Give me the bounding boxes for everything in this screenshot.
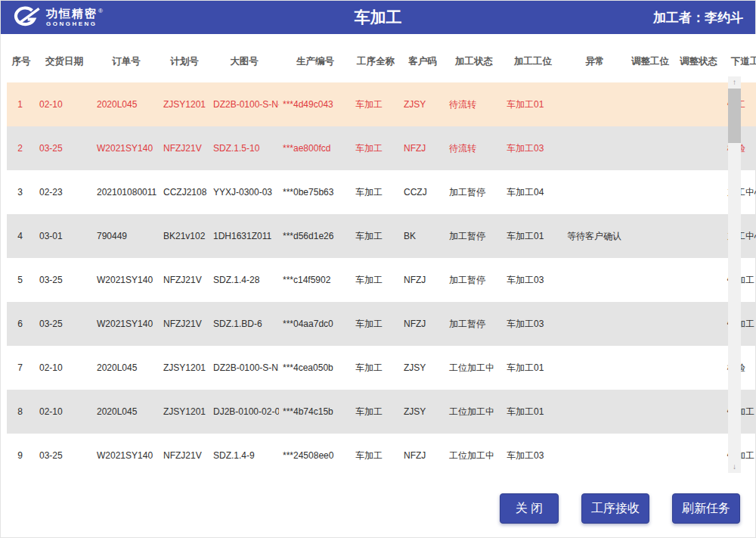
cell-process-status: 加工暂停 (445, 258, 503, 302)
cell-order-no: 790449 (93, 214, 160, 258)
table-row[interactable]: 102-102020L045ZJSY1201DZ2B-0100-S-N-***4… (7, 82, 756, 126)
cell-order-no: 2020L045 (93, 82, 160, 126)
cell-plan-no: BK21v102 (160, 214, 209, 258)
cell-work-station: 车加工03 (503, 126, 563, 170)
scroll-up-icon[interactable]: ↑ (728, 76, 741, 89)
vertical-scrollbar[interactable]: ↑ ↓ (728, 76, 741, 473)
cell-order-no: 2020L045 (93, 346, 160, 390)
table-row[interactable]: 903-25W2021SY140NFZJ21VSDZ.1.4-9***24508… (7, 434, 756, 477)
footer-actions: 关 闭 工序接收 刷新任务 (500, 493, 740, 524)
cell-adjust-station (627, 390, 674, 434)
cell-process-name: 车加工 (352, 258, 400, 302)
cell-drawing-no: SDZ.1.5-10 (209, 126, 279, 170)
cell-process-name: 车加工 (352, 346, 400, 390)
cell-adjust-station (627, 302, 674, 346)
cell-delivery-date: 03-25 (36, 302, 93, 346)
cell-exception (563, 346, 627, 390)
cell-production-no: ***4b74c15b (279, 390, 352, 434)
column-header-order-no: 订单号 (93, 34, 160, 82)
table-row[interactable]: 603-25W2021SY140NFZJ21VSDZ.1.BD-6***04aa… (7, 302, 756, 346)
cell-customer-code: NFZJ (400, 434, 445, 477)
cell-exception (563, 82, 627, 126)
cell-adjust-station (627, 214, 674, 258)
cell-process-status: 待流转 (445, 82, 503, 126)
cell-exception (563, 126, 627, 170)
cell-work-station: 车加工01 (503, 214, 563, 258)
cell-process-name: 车加工 (352, 302, 400, 346)
table-row[interactable]: 802-102020L045ZJSY1201DJ2B-0100-02-03***… (7, 390, 756, 434)
cell-adjust-status (674, 82, 723, 126)
cell-plan-no: ZJSY1201 (160, 390, 209, 434)
cell-plan-no: CCZJ2108 (160, 170, 209, 214)
cell-production-no: ***4d49c043 (279, 82, 352, 126)
close-button[interactable]: 关 闭 (500, 493, 559, 524)
cell-index: 3 (7, 170, 36, 214)
cell-customer-code: ZJSY (400, 82, 445, 126)
cell-process-name: 车加工 (352, 434, 400, 477)
table-row[interactable]: 302-23202101080011CCZJ2108YYXJ-0300-03**… (7, 170, 756, 214)
cell-process-name: 车加工 (352, 82, 400, 126)
column-header-exception: 异常 (563, 34, 627, 82)
brand-logo: 功恒精密® GONGHENG (1, 5, 103, 30)
cell-index: 5 (7, 258, 36, 302)
column-header-adjust-station: 调整工位 (627, 34, 674, 82)
cell-customer-code: CCZJ (400, 170, 445, 214)
table-row[interactable]: 203-25W2021SY140NFZJ21VSDZ.1.5-10***ae80… (7, 126, 756, 170)
table-row[interactable]: 702-102020L045ZJSY1201DZ2B-0100-S-N.1***… (7, 346, 756, 390)
cell-production-no: ***0be75b63 (279, 170, 352, 214)
task-table: 序号交货日期订单号计划号大图号生产编号工序全称客户码加工状态加工工位异常调整工位… (7, 34, 756, 477)
cell-drawing-no: SDZ.1.4-28 (209, 258, 279, 302)
cell-plan-no: NFZJ21V (160, 302, 209, 346)
cell-process-status: 工位加工中 (445, 390, 503, 434)
column-header-process-name: 工序全称 (352, 34, 400, 82)
cell-production-no: ***ae800fcd (279, 126, 352, 170)
cell-production-no: ***c14f5902 (279, 258, 352, 302)
cell-plan-no: NFZJ21V (160, 126, 209, 170)
cell-adjust-status (674, 346, 723, 390)
cell-work-station: 车加工01 (503, 346, 563, 390)
cell-order-no: 202101080011 (93, 170, 160, 214)
cell-delivery-date: 03-01 (36, 214, 93, 258)
task-table-zone: 序号交货日期订单号计划号大图号生产编号工序全称客户码加工状态加工工位异常调整工位… (7, 34, 741, 477)
cell-customer-code: NFZJ (400, 126, 445, 170)
scroll-down-icon[interactable]: ↓ (728, 461, 741, 473)
cell-adjust-status (674, 258, 723, 302)
cell-delivery-date: 02-23 (36, 170, 93, 214)
cell-customer-code: ZJSY (400, 390, 445, 434)
cell-work-station: 车加工03 (503, 302, 563, 346)
cell-drawing-no: SDZ.1.BD-6 (209, 302, 279, 346)
process-accept-button[interactable]: 工序接收 (581, 493, 649, 524)
cell-process-name: 车加工 (352, 390, 400, 434)
cell-adjust-status (674, 302, 723, 346)
column-header-index: 序号 (7, 34, 36, 82)
column-header-customer-code: 客户码 (400, 34, 445, 82)
cell-exception (563, 390, 627, 434)
cell-work-station: 车加工01 (503, 82, 563, 126)
cell-order-no: W2021SY140 (93, 302, 160, 346)
cell-order-no: W2021SY140 (93, 434, 160, 477)
cell-drawing-no: SDZ.1.4-9 (209, 434, 279, 477)
registered-mark: ® (98, 8, 103, 14)
cell-process-status: 加工暂停 (445, 214, 503, 258)
cell-plan-no: NFZJ21V (160, 258, 209, 302)
column-header-delivery-date: 交货日期 (36, 34, 93, 82)
cell-process-status: 待流转 (445, 126, 503, 170)
cell-adjust-station (627, 434, 674, 477)
app-window: 功恒精密® GONGHENG 车加工 加工者：李约斗 序号交货日期订单号计划号大… (0, 0, 756, 538)
cell-drawing-no: DZ2B-0100-S-N- (209, 82, 279, 126)
cell-delivery-date: 02-10 (36, 82, 93, 126)
column-header-production-no: 生产编号 (279, 34, 352, 82)
table-row[interactable]: 503-25W2021SY140NFZJ21VSDZ.1.4-28***c14f… (7, 258, 756, 302)
cell-order-no: 2020L045 (93, 390, 160, 434)
cell-customer-code: NFZJ (400, 302, 445, 346)
cell-production-no: ***04aa7dc0 (279, 302, 352, 346)
scrollbar-thumb[interactable] (728, 89, 741, 143)
column-header-process-status: 加工状态 (445, 34, 503, 82)
cell-exception (563, 434, 627, 477)
cell-adjust-station (627, 126, 674, 170)
table-row[interactable]: 403-01790449BK21v1021DH1631Z011***d56d1e… (7, 214, 756, 258)
column-header-next-process: 下道工序 (723, 34, 756, 82)
cell-adjust-status (674, 170, 723, 214)
refresh-tasks-button[interactable]: 刷新任务 (672, 493, 740, 524)
cell-customer-code: ZJSY (400, 346, 445, 390)
